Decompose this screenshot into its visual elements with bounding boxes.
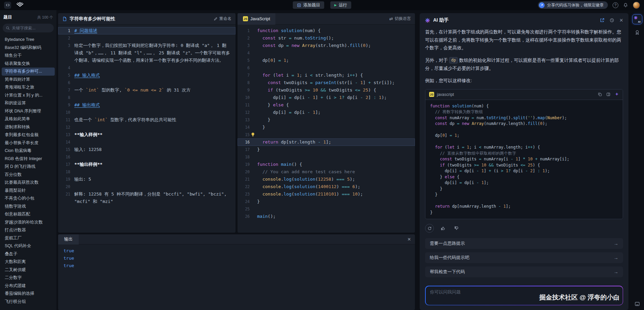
sidebar-item[interactable]: 及格如此简单 <box>0 115 56 123</box>
editor-line-4[interactable]: 4 <box>238 49 415 57</box>
sidebar-item[interactable]: Cion 勒索病毒 <box>0 147 56 155</box>
editor-line-10[interactable]: 10 <box>58 109 236 116</box>
sidebar-item[interactable]: 拿到最多红包金额 <box>0 131 56 139</box>
sidebar-item[interactable]: 二分数字 <box>0 274 56 282</box>
thumbs-down-button[interactable] <box>452 224 461 233</box>
ai-suggestion-button[interactable]: 帮我检查一下代码→ <box>425 266 623 277</box>
ai-assistant-toggle[interactable]: AI <box>632 14 642 24</box>
editor-line-1[interactable]: 1function solution(num) { <box>238 27 415 34</box>
editor-line-5[interactable]: 5## 输入格式 <box>58 72 236 79</box>
editor-line-13[interactable]: 13**输入样例** <box>58 131 236 138</box>
sidebar-item[interactable]: 叠盘子 <box>0 250 56 258</box>
editor-line-3[interactable]: 3给定一个数字，我们按照如下规则把它翻译为字符串: 0 翻译成 "a"， 1 翻… <box>58 42 236 64</box>
problem-editor[interactable]: 1# 问题描述2 3给定一个数字，我们按照如下规则把它翻译为字符串: 0 翻译成… <box>58 25 236 233</box>
editor-line-2[interactable]: 2 <box>58 34 236 42</box>
editor-line-1[interactable]: 1# 问题描述 <box>58 27 236 34</box>
editor-line-12[interactable]: 12 <box>58 124 236 131</box>
editor-line-9[interactable]: 9 if (twoDigits >= 10 && twoDigits <= 25… <box>238 86 415 94</box>
sidebar-item[interactable]: 和的逆运算 <box>0 99 56 107</box>
editor-line-7[interactable]: 7一个 `int` 型的数字, `0 <= num <= 2` 的 31 次方 <box>58 86 236 94</box>
editor-line-21[interactable]: 21 console.log(solution(12258) === 5); <box>238 176 415 183</box>
editor-line-18[interactable]: 18 <box>58 168 236 176</box>
editor-line-15[interactable]: 15输入: 12258 <box>58 146 236 153</box>
sidebar-item[interactable]: Base32 编码和解码 <box>0 44 56 52</box>
editor-line-10[interactable]: 10 dp[i] = dp[i - 1] + (i > 1? dp[i - 2]… <box>238 94 415 101</box>
sidebar-item[interactable]: 计算位置 x 到 y 的... <box>0 92 56 100</box>
editor-line-11[interactable]: 11 } else { <box>238 101 415 109</box>
medal-icon[interactable] <box>635 30 640 35</box>
code-editor[interactable]: 1function solution(num) {2 const str = n… <box>238 25 415 233</box>
ai-suggestion-button[interactable]: 需要一点思路提示→ <box>425 238 623 249</box>
sidebar-item[interactable]: 青海湖租车之旅 <box>0 83 56 92</box>
run-button[interactable]: ▶ 运行 <box>330 1 351 9</box>
sidebar-item[interactable]: 不再贪心的小包 <box>0 195 56 203</box>
sidebar-item[interactable]: 比赛最高获胜次数 <box>0 179 56 187</box>
sidebar-item[interactable]: 阿 D 的飞行路线 <box>0 163 56 171</box>
editor-line-14[interactable]: 14 <box>58 138 236 146</box>
tab-javascript[interactable]: JS JavaScript <box>238 13 275 25</box>
share-banner[interactable]: 分享代码练习体验，领限定徽章 <box>538 1 608 9</box>
sidebar-item[interactable]: 字符串有多少种可... <box>2 68 55 76</box>
open-in-new-icon[interactable] <box>600 18 604 23</box>
sidebar-item[interactable]: 环状 DNA 序列整理 <box>0 107 56 115</box>
sidebar-item[interactable]: 暴雨梨花针 <box>0 187 56 195</box>
editor-line-22[interactable]: 22 console.log(solution(1400112) === 6); <box>238 183 415 190</box>
editor-line-6[interactable]: 6 <box>238 64 415 72</box>
editor-line-4[interactable]: 4 <box>58 64 236 72</box>
editor-line-13[interactable]: 13 } <box>238 116 415 124</box>
sidebar-item[interactable]: 猜数字游戏 <box>0 203 56 211</box>
send-icon[interactable] <box>614 297 619 302</box>
sidebar-item[interactable]: 百分位数 <box>0 171 56 179</box>
editor-line-25[interactable]: 25 <box>238 205 415 213</box>
history-icon[interactable] <box>610 18 614 23</box>
editor-line-19[interactable]: 19function main() { <box>238 161 415 168</box>
tab-output[interactable]: 输出 <box>58 234 79 244</box>
editor-line-14[interactable]: 14 } <box>238 124 415 131</box>
editor-line-21[interactable]: 21解释: 12258 有 5 种不同的翻译，分别是 "bccfi", "bwf… <box>58 190 236 205</box>
editor-line-20[interactable]: 20 <box>58 183 236 190</box>
magic-icon[interactable] <box>615 92 619 97</box>
sidebar-item[interactable]: 穿越沙漠的补给次数 <box>0 218 56 227</box>
sidebar-item[interactable]: 猫鱼分干 <box>0 52 56 60</box>
sidebar-item[interactable]: 大数和距离 <box>0 258 56 266</box>
sidebar-item[interactable]: 分布式团建 <box>0 282 56 290</box>
ai-suggestion-button[interactable]: 给我一些代码提示吧→ <box>425 252 623 263</box>
help-icon[interactable]: ? <box>613 2 618 8</box>
editor-line-17[interactable]: 17**输出样例** <box>58 161 236 168</box>
sidebar-item[interactable]: 飞行棋分组 <box>0 298 56 306</box>
editor-line-12[interactable]: 12 dp[i] = dp[i - 1]; <box>238 109 415 116</box>
sidebar-item[interactable]: 最小替换子串长度 <box>0 139 56 147</box>
sidebar-item[interactable]: 创意标题匹配 <box>0 210 56 218</box>
sidebar-item[interactable]: 番茄编辑的选择 <box>0 290 56 298</box>
avatar[interactable] <box>633 2 640 9</box>
editor-line-16[interactable]: 16 <box>58 153 236 161</box>
sidebar-item[interactable]: 蛋糕工厂 <box>0 234 56 242</box>
editor-line-7[interactable]: 7 for (let i = 1; i < str.length; i++) { <box>238 72 415 79</box>
switch-language-button[interactable]: ⇄ 切换语言 <box>389 16 411 22</box>
sidebar-item[interactable]: 链表聚集交换 <box>0 60 56 68</box>
sidebar-item[interactable]: 进制求和转换 <box>0 123 56 131</box>
editor-line-23[interactable]: 23 console.log(solution(2110101) === 10)… <box>238 190 415 198</box>
editor-line-8[interactable]: 8 <box>58 94 236 101</box>
editor-line-2[interactable]: 2 const str = num.toString(); <box>238 34 415 42</box>
sidebar-item[interactable]: 简单四则计算 <box>0 76 56 84</box>
editor-line-16[interactable]: 16 return dp[str.length - 1]; <box>238 138 415 146</box>
copy-icon[interactable] <box>598 92 602 97</box>
editor-line-18[interactable]: 18 <box>238 153 415 161</box>
ai-close-icon[interactable]: × <box>619 17 623 23</box>
ai-question-input[interactable] <box>430 289 608 294</box>
regenerate-button[interactable] <box>425 224 434 233</box>
editor-line-11[interactable]: 11也是一个 `int` 型数字，代表字符串的总共可能性 <box>58 116 236 124</box>
editor-line-6[interactable]: 6 <box>58 79 236 86</box>
editor-line-15[interactable]: 15 <box>238 131 415 138</box>
editor-line-17[interactable]: 17} <box>238 146 415 153</box>
lightbulb-icon[interactable] <box>251 132 255 137</box>
editor-line-9[interactable]: 9## 输出格式 <box>58 101 236 109</box>
search-input[interactable] <box>12 26 51 30</box>
editor-line-5[interactable]: 5 dp[0] = 1; <box>238 57 415 64</box>
editor-line-8[interactable]: 8 const twoDigits = parseInt(str[i - 1] … <box>238 79 415 86</box>
sidebar-item[interactable]: Bytedance Tree <box>0 36 56 44</box>
sidebar-item[interactable]: SQL 代码补全 <box>0 242 56 250</box>
bell-icon[interactable] <box>623 3 628 8</box>
sidebar-item[interactable]: RGB 色值转 Integer <box>0 155 56 163</box>
